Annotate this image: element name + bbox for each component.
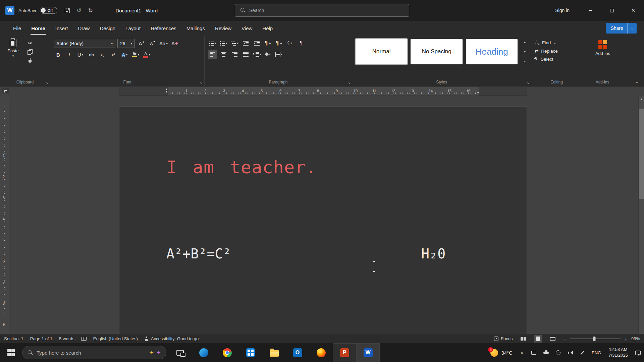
tab-selector[interactable] bbox=[2, 88, 9, 95]
zoom-in-button[interactable]: + bbox=[624, 336, 628, 342]
multilevel-list-button[interactable]: ▾ bbox=[230, 39, 239, 48]
tray-pen-button[interactable] bbox=[576, 343, 588, 362]
tray-display-button[interactable] bbox=[528, 343, 540, 362]
taskbar-outlook[interactable]: O bbox=[286, 343, 309, 362]
sort-button[interactable]: AZ↓ bbox=[285, 39, 294, 48]
grow-font-button[interactable]: A▴ bbox=[137, 39, 146, 48]
highlights-sparkle-icon[interactable]: ✦ bbox=[150, 350, 154, 356]
taskbar-powerpoint[interactable]: P bbox=[333, 343, 356, 362]
print-layout-button[interactable] bbox=[534, 335, 542, 343]
paste-button[interactable]: Paste ▾ bbox=[3, 39, 23, 78]
sign-in-button[interactable]: Sign in bbox=[545, 0, 580, 21]
font-dialog-launcher-icon[interactable]: ↘ bbox=[200, 81, 203, 85]
justify-button[interactable] bbox=[241, 50, 250, 59]
zoom-slider-thumb[interactable] bbox=[593, 337, 595, 341]
document-formula-pythagoras[interactable]: A²+B²=C² bbox=[166, 246, 231, 261]
zoom-out-button[interactable]: − bbox=[563, 336, 567, 342]
tab-file[interactable]: File bbox=[8, 21, 26, 36]
line-spacing-button[interactable]: ↕▾ bbox=[252, 50, 261, 59]
taskbar-word[interactable]: W bbox=[356, 343, 380, 362]
proofing-button[interactable] bbox=[81, 337, 87, 341]
styles-scroll-up-icon[interactable]: ▴ bbox=[524, 40, 526, 44]
tab-references[interactable]: References bbox=[146, 21, 181, 36]
tray-volume-button[interactable] bbox=[564, 343, 576, 362]
redo-icon[interactable]: ↻ bbox=[88, 7, 93, 14]
accessibility-button[interactable]: Accessibility: Good to go bbox=[145, 336, 199, 341]
task-view-button[interactable] bbox=[168, 343, 192, 362]
select-button[interactable]: Select ⌄ bbox=[535, 57, 579, 62]
highlight-color-button[interactable]: ▾ bbox=[131, 50, 140, 59]
align-center-button[interactable] bbox=[219, 50, 228, 59]
tab-draw[interactable]: Draw bbox=[73, 21, 95, 36]
font-family-select[interactable]: Aptos (Body) ▾ bbox=[54, 39, 115, 48]
close-button[interactable]: ✕ bbox=[623, 0, 644, 21]
bullets-button[interactable]: ▾ bbox=[208, 39, 217, 48]
tab-help[interactable]: Help bbox=[257, 21, 278, 36]
word-count[interactable]: 5 words bbox=[59, 336, 74, 341]
autosave-toggle[interactable]: Off bbox=[40, 7, 57, 14]
font-color-button[interactable]: A▾ bbox=[142, 50, 151, 59]
search-input[interactable]: Search bbox=[235, 4, 409, 17]
weather-widget[interactable]: 4 34°C bbox=[487, 343, 516, 362]
ltr-direction-button[interactable]: ¶← bbox=[263, 39, 272, 48]
shading-button[interactable]: ▾ bbox=[263, 50, 272, 59]
start-button[interactable] bbox=[2, 343, 20, 362]
taskbar-firefox[interactable] bbox=[309, 343, 333, 362]
tab-mailings[interactable]: Mailings bbox=[181, 21, 210, 36]
style-no-spacing[interactable]: No Spacing bbox=[411, 39, 462, 64]
share-chevron-icon[interactable]: ⌄ bbox=[627, 23, 637, 34]
taskbar-edge[interactable] bbox=[192, 343, 215, 362]
italic-button[interactable]: I bbox=[65, 50, 74, 59]
page-indicator[interactable]: Page 1 of 1 bbox=[30, 336, 53, 341]
style-heading[interactable]: Heading bbox=[466, 39, 518, 64]
format-painter-button[interactable] bbox=[25, 57, 35, 64]
taskbar-file-explorer[interactable] bbox=[262, 343, 286, 362]
document-text-line[interactable]: I am teacher. bbox=[166, 157, 317, 177]
vertical-scrollbar[interactable]: ▴ bbox=[638, 97, 644, 334]
paragraph-dialog-launcher-icon[interactable]: ↘ bbox=[347, 81, 350, 85]
paste-dropdown-icon[interactable]: ▾ bbox=[12, 54, 14, 58]
borders-button[interactable]: ▾ bbox=[274, 50, 283, 59]
taskbar-chrome[interactable] bbox=[215, 343, 239, 362]
copy-button[interactable] bbox=[25, 48, 35, 56]
styles-more-icon[interactable]: ▾ bbox=[524, 60, 526, 63]
strikethrough-button[interactable]: ab bbox=[87, 50, 96, 59]
show-hidden-icons-chevron[interactable]: ∧ bbox=[516, 343, 528, 362]
document-page[interactable]: I am teacher. A²+B²=C² H₂0 bbox=[119, 107, 527, 334]
share-button[interactable]: Share ⌄ bbox=[606, 23, 637, 34]
collapse-ribbon-button[interactable]: ⌄ bbox=[635, 79, 639, 84]
find-button[interactable]: Find ⌄ bbox=[535, 40, 579, 45]
superscript-button[interactable]: x² bbox=[109, 50, 118, 59]
tab-review[interactable]: Review bbox=[210, 21, 236, 36]
focus-button[interactable]: Focus bbox=[494, 336, 513, 341]
tab-layout[interactable]: Layout bbox=[120, 21, 146, 36]
styles-scroll-down-icon[interactable]: ▾ bbox=[524, 50, 526, 53]
style-normal[interactable]: Normal bbox=[356, 39, 407, 64]
word-app-icon[interactable]: W bbox=[5, 6, 14, 15]
zoom-slider[interactable] bbox=[570, 339, 621, 339]
decrease-indent-button[interactable] bbox=[241, 39, 250, 48]
scrollbar-thumb[interactable] bbox=[639, 109, 644, 199]
bold-button[interactable]: B bbox=[54, 50, 63, 59]
align-right-button[interactable] bbox=[230, 50, 239, 59]
section-indicator[interactable]: Section: 1 bbox=[4, 336, 23, 341]
action-center-button[interactable] bbox=[632, 343, 644, 362]
numbering-button[interactable]: ▾ bbox=[219, 39, 228, 48]
font-size-select[interactable]: 26 ▾ bbox=[117, 39, 135, 48]
text-effects-button[interactable]: A▾ bbox=[120, 50, 129, 59]
show-formatting-marks-button[interactable]: ¶ bbox=[297, 39, 306, 48]
underline-button[interactable]: U▾ bbox=[76, 50, 85, 59]
tray-onedrive-button[interactable] bbox=[540, 343, 552, 362]
cut-button[interactable]: ✂ bbox=[25, 40, 35, 47]
read-mode-button[interactable] bbox=[519, 335, 528, 343]
scroll-up-icon[interactable]: ▴ bbox=[639, 97, 644, 101]
undo-icon[interactable]: ↺ bbox=[76, 7, 81, 14]
zoom-level[interactable]: 99% bbox=[631, 336, 640, 341]
taskbar-store[interactable] bbox=[239, 343, 262, 362]
left-indent-marker[interactable]: ▾▴ bbox=[166, 88, 167, 93]
taskbar-clock[interactable]: 12:53 AM 7/31/2025 bbox=[604, 347, 632, 358]
replace-button[interactable]: ⇄ Replace bbox=[535, 48, 579, 54]
language-indicator[interactable]: English (United States) bbox=[93, 336, 138, 341]
tray-network-button[interactable] bbox=[552, 343, 564, 362]
minimize-button[interactable] bbox=[580, 0, 601, 21]
